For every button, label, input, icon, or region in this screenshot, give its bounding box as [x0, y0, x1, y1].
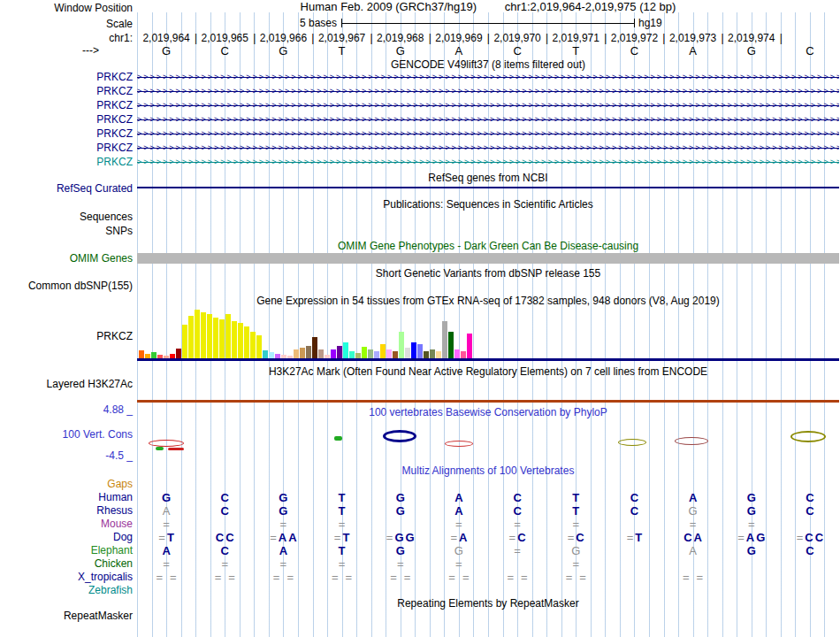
alignment-cell: == [546, 571, 605, 584]
species-label[interactable]: Elephant [0, 544, 133, 556]
alignment-cell: == [430, 571, 488, 584]
refseq-curated-label[interactable]: RefSeq Curated [0, 182, 133, 195]
alignment-cell [195, 518, 254, 531]
alignment-cell: A [254, 544, 312, 557]
alignment-cell: G [722, 544, 781, 557]
layered-h3k27ac-label[interactable]: Layered H3K27Ac [0, 378, 133, 390]
alignment-cell: T [313, 491, 371, 504]
gtex-gene-label[interactable]: PRKCZ [0, 330, 133, 342]
alignment-cell: = [430, 518, 488, 531]
alignment-cell [781, 584, 839, 597]
alignment-row: ACATGG=GAGC [137, 544, 839, 557]
alignment-cell: =T [313, 531, 371, 544]
alignment-cell [722, 557, 781, 571]
alignment-cell: T [546, 491, 605, 504]
common-dbsnp-label[interactable]: Common dbSNP(155) [0, 280, 133, 292]
alignment-cell [488, 557, 546, 571]
species-label[interactable]: Mouse [0, 518, 133, 530]
alignment-cell: = [546, 518, 605, 531]
alignment-cell: =A [430, 531, 488, 544]
alignment-cell: C [605, 504, 663, 518]
alignment-cell: = [313, 557, 371, 571]
alignment-cell: T [313, 544, 371, 557]
alignment-cell: C [781, 544, 839, 557]
alignment-cell [488, 478, 546, 491]
alignment-cell [781, 518, 839, 531]
alignment-cell [137, 478, 195, 491]
gene-label-prkcz[interactable]: PRKCZ [0, 142, 133, 154]
alignment-cell: = [546, 557, 605, 571]
alignment-cell: C [195, 544, 254, 557]
window-position-label: Window Position [0, 2, 133, 14]
alignment-cell [605, 557, 663, 571]
alignment-cell [371, 584, 430, 597]
alignment-cell: G [254, 491, 312, 504]
alignment-cell [605, 571, 663, 584]
alignment-row: =TCC=AA=T=GG=A=C=C=TCA=AG=CC [137, 531, 839, 544]
alignment-cell: =T [605, 531, 663, 544]
alignment-cell: A [664, 544, 722, 557]
gene-label-prkcz[interactable]: PRKCZ [0, 71, 133, 83]
alignment-cell: C [195, 491, 254, 504]
alignment-cell [664, 557, 722, 571]
omim-genes-label[interactable]: OMIM Genes [0, 252, 133, 265]
alignment-row [137, 584, 839, 597]
alignment-cell: CA [664, 531, 722, 544]
alignment-cell: C [488, 504, 546, 518]
alignment-cell [722, 571, 781, 584]
gene-label-prkcz[interactable]: PRKCZ [0, 99, 133, 111]
species-label[interactable]: Rhesus [0, 504, 133, 517]
phylop-track-label[interactable]: 100 Vert. Cons [0, 428, 133, 441]
alignment-cell: = [137, 557, 195, 571]
alignment-cell [430, 584, 488, 597]
alignment-cell: == [137, 571, 195, 584]
gene-label-prkcz[interactable]: PRKCZ [0, 85, 133, 97]
alignment-cell: G [371, 504, 430, 518]
alignment-cell: A [430, 504, 488, 518]
species-label[interactable]: X_tropicalis [0, 571, 133, 583]
alignment-row: ACGTGACTCGGC [137, 504, 839, 518]
alignment-cell: C [781, 504, 839, 518]
alignment-row: GCGTGACTCAGC [137, 491, 839, 504]
snps-label[interactable]: SNPs [0, 225, 133, 237]
sequences-label[interactable]: Sequences [0, 211, 133, 223]
alignment-cell [313, 584, 371, 597]
species-label[interactable]: Human [0, 491, 133, 503]
alignment-cell: == [488, 571, 546, 584]
alignment-cell: T [546, 504, 605, 518]
alignment-cell: == [254, 571, 312, 584]
alignment-cell: = [371, 557, 430, 571]
alignment-cell [254, 584, 312, 597]
alignment-cell: T [313, 504, 371, 518]
alignment-cell: G [371, 544, 430, 557]
alignment-cell: == [664, 571, 722, 584]
species-label[interactable]: Chicken [0, 557, 133, 570]
alignment-cell: =T [137, 531, 195, 544]
alignment-cell [430, 478, 488, 491]
gene-label-prkcz[interactable]: PRKCZ [0, 113, 133, 126]
alignment-cell: C [488, 491, 546, 504]
alignment-cell: G [254, 504, 312, 518]
alignment-cell [195, 584, 254, 597]
species-label[interactable]: Zebrafish [0, 584, 133, 596]
alignment-cell [605, 518, 663, 531]
species-label[interactable]: Dog [0, 531, 133, 543]
repeatmasker-label[interactable]: RepeatMasker [0, 610, 133, 622]
gene-label-prkcz[interactable]: PRKCZ [0, 127, 133, 140]
alignment-cell [313, 478, 371, 491]
repeatmasker-track-title: Repeating Elements by RepeatMasker [137, 597, 839, 610]
gene-label-prkcz[interactable]: PRKCZ [0, 156, 133, 168]
phylop-max-label: 4.88 _ [0, 403, 133, 416]
alignment-cell: =C [488, 531, 546, 544]
alignment-cell [781, 571, 839, 584]
alignment-cell: G [137, 491, 195, 504]
alignment-cell: = [254, 557, 312, 571]
species-label[interactable]: Gaps [0, 478, 133, 490]
alignment-cell: = [195, 557, 254, 571]
phylop-min-label: -4.5 _ [0, 449, 133, 462]
alignment-cell [488, 584, 546, 597]
alignment-cell [137, 584, 195, 597]
alignment-cell [605, 544, 663, 557]
alignment-cell: CC [195, 531, 254, 544]
alignment-cell [546, 478, 605, 491]
